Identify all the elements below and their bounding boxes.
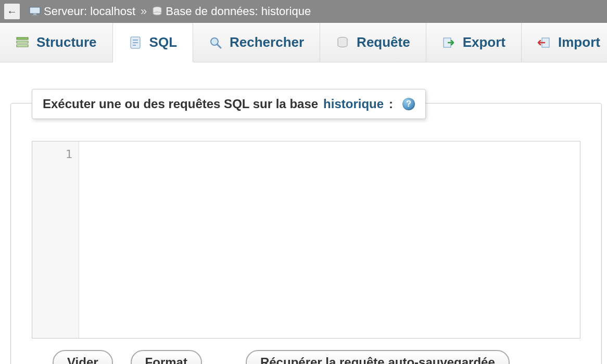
tab-sql[interactable]: SQL: [113, 23, 193, 62]
svg-rect-7: [17, 45, 28, 47]
structure-icon: [16, 36, 29, 49]
sql-textarea[interactable]: [79, 141, 580, 338]
tab-export[interactable]: Export: [426, 23, 522, 62]
tab-query[interactable]: Requête: [320, 23, 426, 62]
tab-export-label: Export: [463, 34, 505, 50]
database-icon: [152, 6, 162, 17]
tab-bar: Structure SQL Rechercher R: [0, 23, 607, 62]
breadcrumb-database-label: Base de données: historique: [166, 5, 311, 18]
line-number: 1: [32, 148, 72, 161]
import-icon: [537, 36, 551, 49]
tab-import[interactable]: Import: [522, 23, 607, 62]
tab-structure[interactable]: Structure: [0, 23, 113, 62]
breadcrumb-server[interactable]: Serveur: localhost: [29, 5, 135, 18]
tab-query-label: Requête: [357, 34, 410, 50]
editor-button-row: Vider Format Récupérer la requête auto-s…: [32, 350, 580, 364]
format-button[interactable]: Format: [131, 350, 202, 364]
tab-search[interactable]: Rechercher: [193, 23, 320, 62]
back-button[interactable]: ←: [4, 4, 20, 19]
svg-rect-5: [17, 37, 28, 40]
tab-import-label: Import: [558, 34, 600, 50]
content-area: Exécuter une ou des requêtes SQL sur la …: [0, 62, 607, 364]
sql-legend: Exécuter une ou des requêtes SQL sur la …: [32, 89, 426, 119]
legend-suffix: :: [389, 97, 393, 111]
editor-gutter: 1: [32, 141, 79, 338]
legend-db-link[interactable]: historique: [323, 97, 384, 111]
clear-button[interactable]: Vider: [53, 350, 113, 364]
svg-rect-1: [33, 14, 36, 15]
svg-rect-0: [30, 7, 40, 14]
svg-rect-6: [17, 41, 28, 43]
svg-rect-2: [32, 15, 38, 16]
sql-icon: [129, 36, 142, 49]
svg-line-13: [217, 44, 221, 48]
query-icon: [336, 36, 349, 49]
legend-prefix: Exécuter une ou des requêtes SQL sur la …: [43, 97, 318, 111]
tab-structure-label: Structure: [36, 34, 97, 50]
recover-button[interactable]: Récupérer la requête auto-sauvegardée: [246, 350, 510, 364]
breadcrumb-bar: ← Serveur: localhost » Base de données: …: [0, 0, 607, 23]
sql-editor: 1: [32, 141, 580, 339]
export-icon: [442, 36, 456, 49]
breadcrumb-database[interactable]: Base de données: historique: [152, 5, 311, 18]
help-icon[interactable]: ?: [402, 98, 415, 110]
breadcrumb-server-label: Serveur: localhost: [44, 5, 135, 18]
search-icon: [209, 36, 222, 49]
sql-fieldset: Exécuter une ou des requêtes SQL sur la …: [10, 103, 602, 364]
server-icon: [29, 7, 41, 16]
tab-sql-label: SQL: [149, 34, 177, 50]
breadcrumb-separator: »: [141, 5, 147, 18]
tab-search-label: Rechercher: [230, 34, 304, 50]
